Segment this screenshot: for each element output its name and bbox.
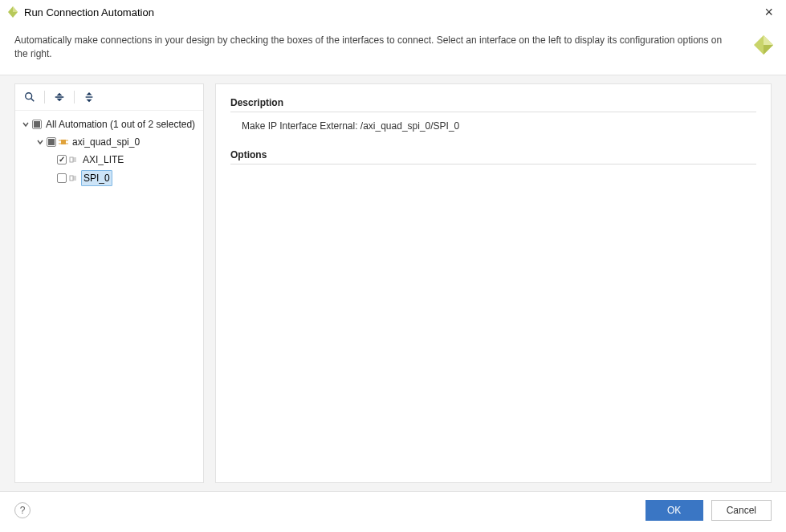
svg-rect-17 — [70, 176, 73, 181]
description-value: Make IP Interface External: /axi_quad_sp… — [230, 120, 756, 132]
svg-marker-7 — [87, 99, 92, 102]
svg-rect-13 — [70, 157, 73, 162]
checkbox-axi-lite[interactable] — [57, 155, 67, 164]
checkbox-all-automation[interactable] — [32, 120, 42, 129]
tree-label: axi_quad_spi_0 — [71, 135, 141, 149]
description-header: Description — [230, 97, 756, 112]
bus-interface-icon — [69, 155, 79, 164]
checkbox-spi-0[interactable] — [57, 173, 67, 183]
window-title: Run Connection Automation — [24, 6, 154, 18]
tree-node-axi-lite[interactable]: AXI_LITE — [18, 151, 200, 169]
svg-marker-5 — [87, 92, 92, 95]
ok-button[interactable]: OK — [645, 500, 703, 521]
tree-label: SPI_0 — [81, 170, 112, 186]
help-button[interactable]: ? — [14, 502, 31, 518]
description-band: Automatically make connections in your d… — [0, 24, 786, 75]
cancel-button[interactable]: Cancel — [711, 500, 772, 521]
svg-marker-3 — [57, 93, 63, 96]
expand-all-icon[interactable] — [81, 89, 97, 105]
app-icon — [6, 6, 19, 18]
ip-block-icon — [59, 137, 68, 147]
tree-node-all-automation[interactable]: All Automation (1 out of 2 selected) — [18, 116, 200, 133]
bus-interface-icon — [69, 173, 79, 183]
expand-toggle-icon[interactable] — [36, 138, 44, 146]
tree-label: AXI_LITE — [81, 152, 125, 167]
toolbar-separator — [74, 91, 75, 104]
close-button[interactable]: × — [760, 5, 778, 19]
tree-panel: All Automation (1 out of 2 selected) — [14, 83, 204, 483]
automation-tree: All Automation (1 out of 2 selected) — [15, 111, 203, 193]
work-area: All Automation (1 out of 2 selected) — [0, 75, 786, 492]
tree-node-axi-quad-spi[interactable]: axi_quad_spi_0 — [18, 133, 200, 151]
svg-line-1 — [31, 99, 35, 102]
description-text: Automatically make connections in your d… — [14, 34, 736, 62]
search-icon[interactable] — [22, 89, 38, 105]
checkbox-axi-quad-spi[interactable] — [47, 137, 56, 147]
expand-toggle-icon[interactable] — [22, 120, 30, 128]
footer: ? OK Cancel — [0, 492, 786, 529]
toolbar-separator — [44, 91, 45, 104]
collapse-all-icon[interactable] — [51, 89, 67, 105]
titlebar: Run Connection Automation × — [0, 0, 786, 24]
svg-rect-8 — [61, 140, 66, 144]
options-header: Options — [230, 149, 756, 164]
svg-point-0 — [26, 93, 32, 99]
vivado-logo-icon — [752, 34, 775, 56]
tree-toolbar — [15, 84, 203, 111]
svg-marker-4 — [57, 99, 63, 102]
details-panel: Description Make IP Interface External: … — [215, 83, 772, 483]
tree-node-spi-0[interactable]: SPI_0 — [18, 169, 200, 188]
tree-label: All Automation (1 out of 2 selected) — [44, 117, 197, 132]
